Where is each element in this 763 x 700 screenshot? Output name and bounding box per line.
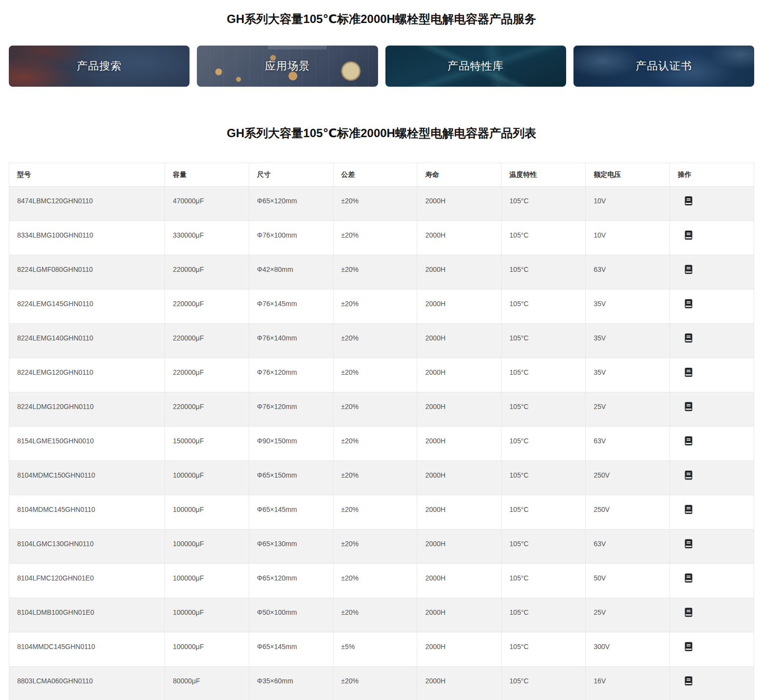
cell-action	[670, 667, 754, 700]
view-detail-button[interactable]	[684, 538, 693, 549]
book-icon	[684, 401, 693, 412]
cell-voltage: 10V	[586, 221, 670, 255]
cell-model: 8803LCMA060GHN0110	[9, 667, 165, 700]
table-row: 8104MDMC150GHN0110100000μFΦ65×150mm±20%2…	[9, 461, 754, 495]
cell-tolerance: ±5%	[333, 632, 417, 667]
banner-product-search[interactable]: 产品搜索	[9, 46, 190, 87]
banner-nav: 产品搜索 应用场景 产品特性库 产品认证书	[0, 46, 763, 87]
cell-capacity: 330000μF	[165, 221, 249, 255]
cell-voltage: 16V	[586, 667, 670, 700]
column-header-model: 型号	[9, 163, 165, 187]
table-row: 8104LDMB100GHN01E0100000μFΦ50×100mm±20%2…	[9, 598, 754, 632]
banner-product-characteristics-label: 产品特性库	[448, 59, 504, 73]
cell-voltage: 63V	[586, 427, 670, 461]
cell-size: Φ65×145mm	[249, 495, 333, 530]
cell-temp: 105°C	[501, 667, 586, 700]
cell-capacity: 150000μF	[165, 427, 249, 461]
view-detail-button[interactable]	[684, 435, 693, 446]
view-detail-button[interactable]	[684, 504, 693, 515]
product-table-container: 型号容量尺寸公差寿命温度特性额定电压操作 8474LBMC120GHN01104…	[9, 163, 754, 700]
book-icon	[684, 264, 693, 275]
view-detail-button[interactable]	[684, 195, 693, 206]
view-detail-button[interactable]	[684, 401, 693, 412]
cell-temp: 105°C	[501, 427, 586, 461]
view-detail-button[interactable]	[684, 333, 693, 343]
banner-product-characteristics[interactable]: 产品特性库	[385, 46, 566, 87]
cell-tolerance: ±20%	[333, 221, 417, 255]
cell-voltage: 35V	[586, 290, 670, 324]
table-row: 8224LEMG120GHN0110220000μFΦ76×120mm±20%2…	[9, 358, 754, 392]
cell-size: Φ65×130mm	[249, 530, 333, 564]
cell-size: Φ76×145mm	[249, 290, 333, 324]
cell-action	[670, 290, 754, 324]
cell-voltage: 25V	[586, 392, 670, 427]
cell-life: 2000H	[417, 495, 501, 530]
view-detail-button[interactable]	[684, 607, 693, 618]
cell-life: 2000H	[417, 564, 501, 598]
book-icon	[684, 676, 693, 686]
cell-tolerance: ±20%	[333, 290, 417, 324]
cell-size: Φ76×140mm	[249, 324, 333, 358]
table-row: 8224LGMF080GHN0110220000μFΦ42×80mm±20%20…	[9, 255, 754, 290]
table-row: 8224LEMG140GHN0110220000μFΦ76×140mm±20%2…	[9, 324, 754, 358]
cell-size: Φ65×120mm	[249, 564, 333, 598]
cell-tolerance: ±20%	[333, 667, 417, 700]
cell-voltage: 63V	[586, 530, 670, 564]
view-detail-button[interactable]	[684, 367, 693, 378]
cell-capacity: 100000μF	[165, 564, 249, 598]
cell-size: Φ50×100mm	[249, 598, 333, 632]
book-icon	[684, 607, 693, 618]
cell-action	[670, 221, 754, 255]
cell-temp: 105°C	[501, 221, 586, 255]
cell-voltage: 250V	[586, 461, 670, 495]
table-row: 8224LDMG120GHN0110220000μFΦ76×120mm±20%2…	[9, 392, 754, 427]
cell-capacity: 80000μF	[165, 667, 249, 700]
cell-temp: 105°C	[501, 392, 586, 427]
cell-size: Φ42×80mm	[249, 255, 333, 290]
book-icon	[684, 538, 693, 549]
banner-application-scenarios[interactable]: 应用场景	[197, 46, 378, 87]
banner-product-certificates[interactable]: 产品认证书	[573, 46, 754, 87]
cell-voltage: 25V	[586, 598, 670, 632]
view-detail-button[interactable]	[684, 230, 693, 241]
cell-model: 8104LFMC120GHN01E0	[9, 564, 165, 598]
cell-model: 8104MMDC145GHN0110	[9, 632, 165, 667]
banner-application-scenarios-label: 应用场景	[265, 59, 310, 73]
view-detail-button[interactable]	[684, 641, 693, 652]
cell-size: Φ76×120mm	[249, 358, 333, 392]
view-detail-button[interactable]	[684, 573, 693, 583]
view-detail-button[interactable]	[684, 676, 693, 686]
cell-capacity: 100000μF	[165, 461, 249, 495]
cell-action	[670, 358, 754, 392]
cell-temp: 105°C	[501, 255, 586, 290]
column-header-temp: 温度特性	[501, 163, 586, 187]
cell-model: 8224LDMG120GHN0110	[9, 392, 165, 427]
cell-capacity: 100000μF	[165, 530, 249, 564]
cell-tolerance: ±20%	[333, 358, 417, 392]
book-icon	[684, 195, 693, 206]
cell-action	[670, 461, 754, 495]
cell-capacity: 100000μF	[165, 598, 249, 632]
cell-life: 2000H	[417, 324, 501, 358]
view-detail-button[interactable]	[684, 298, 693, 309]
view-detail-button[interactable]	[684, 470, 693, 481]
cell-size: Φ35×60mm	[249, 667, 333, 700]
page-title: GH系列大容量105℃标准2000H螺栓型电解电容器产品服务	[0, 0, 763, 26]
cell-model: 8104LGMC130GHN0110	[9, 530, 165, 564]
cell-voltage: 35V	[586, 324, 670, 358]
banner-product-certificates-label: 产品认证书	[636, 59, 692, 73]
cell-action	[670, 427, 754, 461]
view-detail-button[interactable]	[684, 264, 693, 275]
table-row: 8104MMDC145GHN0110100000μFΦ65×145mm±5%20…	[9, 632, 754, 667]
cell-life: 2000H	[417, 632, 501, 667]
column-header-capacity: 容量	[165, 163, 249, 187]
column-header-life: 寿命	[417, 163, 501, 187]
cell-size: Φ65×150mm	[249, 461, 333, 495]
cell-action	[670, 564, 754, 598]
column-header-size: 尺寸	[249, 163, 333, 187]
book-icon	[684, 298, 693, 309]
cell-size: Φ76×120mm	[249, 392, 333, 427]
cell-life: 2000H	[417, 530, 501, 564]
cell-voltage: 35V	[586, 358, 670, 392]
cell-model: 8104MDMC145GHN0110	[9, 495, 165, 530]
